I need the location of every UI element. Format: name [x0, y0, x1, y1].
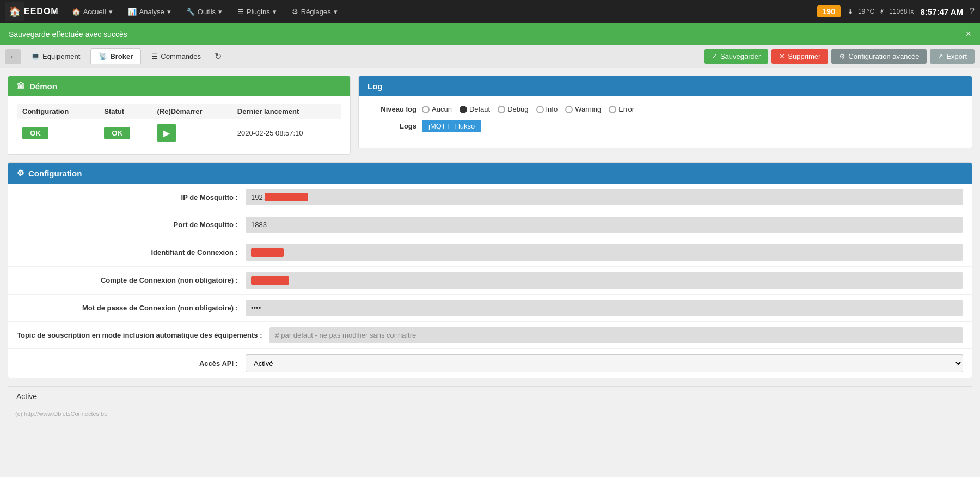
- config-gear-icon: ⚙: [17, 168, 24, 178]
- back-button[interactable]: ←: [5, 49, 21, 64]
- logs-label: Logs: [367, 122, 416, 130]
- demon-header: 🏛 Démon: [8, 76, 350, 96]
- identifiant-redacted: [251, 248, 284, 257]
- form-row-identifiant: Identifiant de Connexion :: [8, 238, 972, 267]
- active-bar: Active: [8, 386, 972, 406]
- footer-text: (c) http://www.ObjetsConnectes.be: [15, 411, 107, 417]
- radio-debug-circle: [498, 106, 505, 113]
- config-ok-button[interactable]: OK: [22, 127, 48, 139]
- form-row-api: Accès API : Activé Désactivé: [8, 349, 972, 378]
- col-statut: Statut: [99, 104, 151, 119]
- subnav: ← 💻 Equipement 📡 Broker ☰ Commandes ↻ ✓ …: [0, 45, 980, 68]
- form-row-ip: IP de Mosquitto : 192.: [8, 184, 972, 211]
- demon-table-row: OK OK ▶ 2020-02-25 08:57:10: [17, 119, 341, 147]
- alert-close-button[interactable]: ×: [965, 28, 971, 40]
- topnav: 🏠 EEDOM 🏠 Accueil ▾ 📊 Analyse ▾ 🔧 Outils…: [0, 0, 980, 23]
- topnav-menu: 🏠 Accueil ▾ 📊 Analyse ▾ 🔧 Outils ▾ ☰ Plu…: [64, 0, 817, 23]
- alert-bar: Sauvegarde effectuée avec succès ×: [0, 23, 980, 45]
- refresh-button[interactable]: ↻: [215, 51, 222, 62]
- last-launch-cell: 2020-02-25 08:57:10: [232, 119, 341, 147]
- check-icon: ✓: [712, 52, 718, 60]
- thermometer-icon: 🌡: [847, 8, 854, 15]
- radio-error-circle: [609, 106, 616, 113]
- lux-value: 11068 lx: [889, 8, 914, 15]
- form-row-port: Port de Mosquitto :: [8, 211, 972, 238]
- log-level-label: Niveau log: [367, 105, 416, 113]
- log-header: Log: [359, 76, 972, 96]
- api-select[interactable]: Activé Désactivé: [246, 354, 963, 372]
- play-button[interactable]: ▶: [157, 124, 176, 142]
- tab-equipement[interactable]: 💻 Equipement: [23, 48, 88, 64]
- config-panel: ⚙ Configuration IP de Mosquitto : 192. P…: [8, 162, 972, 378]
- nav-reglages[interactable]: ⚙ Réglages ▾: [284, 0, 345, 23]
- log-tag-jmqtt[interactable]: jMQTT_Flukso: [422, 120, 481, 132]
- time-display: 8:57:47 AM: [920, 7, 963, 16]
- plugins-icon: ☰: [237, 8, 244, 16]
- label-api: Accès API :: [17, 359, 246, 368]
- radio-error[interactable]: Error: [609, 105, 634, 113]
- delete-button[interactable]: ✕ Supprimer: [771, 49, 828, 64]
- alert-message: Sauvegarde effectuée avec succès: [9, 30, 127, 39]
- label-port: Port de Mosquitto :: [17, 221, 246, 229]
- log-tags-row: Logs jMQTT_Flukso: [367, 120, 963, 132]
- analyse-icon: 📊: [128, 8, 137, 16]
- radio-defaut-circle: [460, 106, 467, 113]
- label-ip: IP de Mosquitto :: [17, 193, 246, 201]
- broker-icon: 📡: [99, 52, 107, 60]
- save-button[interactable]: ✓ Sauvegarder: [704, 49, 768, 64]
- commandes-icon: ☰: [151, 52, 158, 60]
- sun-icon: ☀: [879, 8, 885, 15]
- two-column-layout: 🏛 Démon Configuration Statut (Re)Démarre…: [8, 76, 972, 162]
- topnav-right: 190 🌡 19 °C ☀ 11068 lx 8:57:47 AM ?: [817, 5, 975, 17]
- export-icon: ↗: [938, 52, 944, 60]
- config-header: ⚙ Configuration: [8, 163, 972, 184]
- log-panel: Log Niveau log Aucun Defaut: [358, 76, 972, 148]
- nav-plugins[interactable]: ☰ Plugins ▾: [230, 0, 284, 23]
- ip-redacted: [265, 193, 308, 201]
- help-icon[interactable]: ?: [970, 7, 975, 16]
- settings-icon: ⚙: [292, 8, 298, 16]
- password-input[interactable]: [246, 300, 963, 316]
- log-level-row: Niveau log Aucun Defaut: [367, 105, 963, 113]
- demon-table-header: Configuration Statut (Re)Démarrer Dernie…: [17, 104, 341, 119]
- form-row-topic: Topic de souscription en mode inclusion …: [8, 322, 972, 349]
- topic-input[interactable]: [270, 327, 963, 343]
- log-level-options: Aucun Defaut Debug: [422, 105, 634, 113]
- footer: (c) http://www.ObjetsConnectes.be: [8, 406, 972, 421]
- statut-ok-button[interactable]: OK: [104, 127, 130, 139]
- main-content: 🏛 Démon Configuration Statut (Re)Démarre…: [0, 68, 980, 429]
- left-column: 🏛 Démon Configuration Statut (Re)Démarre…: [8, 76, 351, 162]
- radio-info-circle: [536, 106, 544, 113]
- compte-redacted: [251, 276, 289, 285]
- nav-analyse[interactable]: 📊 Analyse ▾: [120, 0, 179, 23]
- advanced-config-button[interactable]: ⚙ Configuration avancée: [831, 49, 927, 64]
- nav-accueil[interactable]: 🏠 Accueil ▾: [64, 0, 120, 23]
- demon-panel: 🏛 Démon Configuration Statut (Re)Démarre…: [8, 76, 351, 155]
- play-cell: ▶: [152, 119, 232, 147]
- form-row-password: Mot de passe de Connexion (non obligatoi…: [8, 295, 972, 322]
- demon-body: Configuration Statut (Re)Démarrer Dernie…: [8, 96, 350, 154]
- radio-aucun-circle: [422, 106, 430, 113]
- radio-info[interactable]: Info: [536, 105, 558, 113]
- demon-icon: 🏛: [17, 82, 25, 91]
- label-compte: Compte de Connexion (non obligatoire) :: [17, 276, 246, 284]
- nav-outils[interactable]: 🔧 Outils ▾: [179, 0, 230, 23]
- notification-badge[interactable]: 190: [817, 5, 841, 17]
- home-icon: 🏠: [72, 8, 81, 16]
- radio-debug[interactable]: Debug: [498, 105, 528, 113]
- tab-broker[interactable]: 📡 Broker: [90, 48, 141, 64]
- back-icon: ←: [9, 52, 17, 61]
- port-input[interactable]: [246, 217, 963, 233]
- label-identifiant: Identifiant de Connexion :: [17, 248, 246, 256]
- radio-warning[interactable]: Warning: [565, 105, 601, 113]
- label-password: Mot de passe de Connexion (non obligatoi…: [17, 304, 246, 312]
- export-button[interactable]: ↗ Export: [930, 49, 975, 64]
- tab-commandes[interactable]: ☰ Commandes: [143, 48, 209, 64]
- weather-info: 🌡 19 °C ☀ 11068 lx: [847, 8, 914, 15]
- col-redemarrer: (Re)Démarrer: [152, 104, 232, 119]
- radio-aucun[interactable]: Aucun: [422, 105, 452, 113]
- form-row-compte: Compte de Connexion (non obligatoire) :: [8, 267, 972, 295]
- radio-defaut[interactable]: Defaut: [460, 105, 490, 113]
- statut-ok-cell: OK: [99, 119, 151, 147]
- right-column: Log Niveau log Aucun Defaut: [358, 76, 972, 162]
